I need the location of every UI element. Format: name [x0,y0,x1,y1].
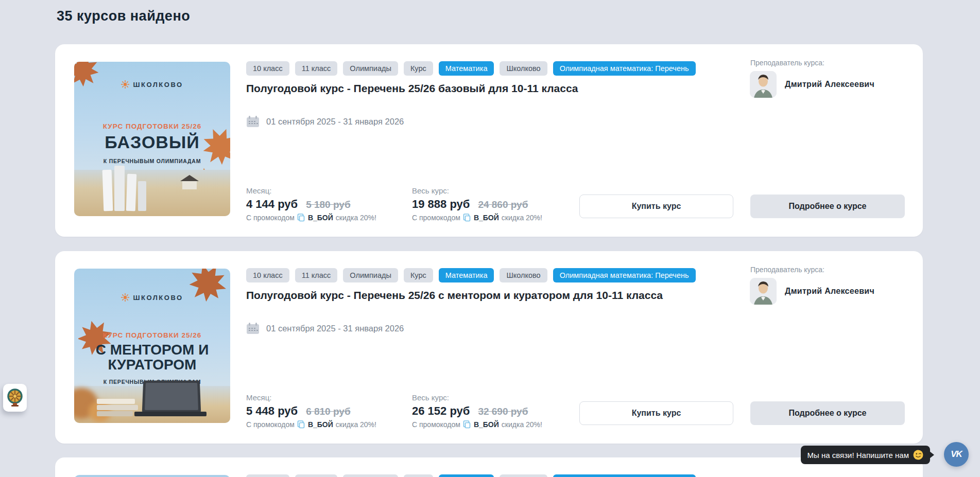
tag-course[interactable]: Курс [404,61,433,76]
course-details-button[interactable]: Подробнее о курсе [750,195,905,218]
teacher-label: Преподаватель курса: [750,59,824,67]
tag-list: 10 класс 11 класс Олимпиады Курс Математ… [246,61,696,76]
teacher-label: Преподаватель курса: [750,266,824,274]
course-cover-image[interactable]: ШКОЛКОВО КУРС ПОДГОТОВКИ 25/26 С МЕНТОРО… [74,269,230,423]
school-logo: ШКОЛКОВО [74,293,230,302]
school-logo-text: ШКОЛКОВО [133,81,183,89]
course-title-link[interactable]: Полугодовой курс - Перечень 25/26 с мент… [246,289,751,302]
copy-icon[interactable] [463,420,471,429]
tag-shkolkovo[interactable]: Школково [500,474,547,477]
price-month-label: Месяц: [246,393,401,402]
course-card: ШКОЛКОВО КУРС ПОДГОТОВКИ 25/26 БАЗОВЫЙ К… [55,44,923,237]
sparkle-logo-icon [121,293,129,302]
results-count-heading: 35 курсов найдено [57,8,190,24]
promo-code[interactable]: В_БОЙ [474,214,499,222]
tag-grade-11[interactable]: 11 класс [295,61,338,76]
sparkle-logo-icon [121,80,129,89]
chat-tooltip-text: Мы на связи! Напишите нам [807,451,909,460]
price-block-full-course: Весь курс: 19 888 руб 24 860 руб С промо… [412,186,566,222]
course-dates-text: 01 сентября 2025 - 31 января 2026 [266,324,404,333]
price-full-old: 24 860 руб [478,199,528,210]
course-dates: 01 сентября 2025 - 31 января 2026 [246,322,404,334]
buy-course-button[interactable]: Купить курс [579,195,733,218]
tag-course[interactable]: Курс [404,474,433,477]
copy-icon[interactable] [297,214,305,222]
tag-list: 10 класс 11 класс Олимпиады Курс Математ… [246,268,696,282]
price-full-old: 32 690 руб [478,406,528,417]
course-details-button[interactable]: Подробнее о курсе [750,401,905,425]
price-month-old: 5 180 руб [306,199,350,210]
tag-math[interactable]: Математика [439,474,494,477]
price-month-current: 5 448 руб [246,404,298,418]
course-card: ШКОЛКОВО КУРС ПОДГОТОВКИ 25/26 С МЕНТОРО… [55,251,923,444]
tag-grade-10[interactable]: 10 класс [246,61,289,76]
tag-grade-10[interactable]: 10 класс [246,268,289,282]
course-cover-image[interactable]: ШКОЛКОВО КУРС ПОДГОТОВКИ 25/26 БАЗОВЫЙ К… [74,62,230,216]
tag-olympiad-math-list[interactable]: Олимпиадная математика: Перечень [553,268,696,282]
copy-icon[interactable] [463,214,471,222]
cover-footer: К ПЕРЕЧНЫВЫМ ОЛИМПИАДАМ [74,158,230,164]
teacher-info: Дмитрий Алексеевич [750,278,874,305]
cover-season-label: КУРС ПОДГОТОВКИ 25/26 [74,122,230,130]
tag-olympiad-math-list[interactable]: Олимпиадная математика: Перечень [553,61,696,76]
course-title-link[interactable]: Полугодовой курс - Перечень 25/26 базовы… [246,82,751,95]
tag-course[interactable]: Курс [404,268,433,282]
promo-line: С промокодом В_БОЙ скидка 20%! [246,420,401,429]
tag-shkolkovo[interactable]: Школково [500,61,547,76]
tag-olympiads[interactable]: Олимпиады [343,268,398,282]
price-month-old: 6 810 руб [306,406,350,417]
promo-code[interactable]: В_БОЙ [308,420,333,429]
promo-code[interactable]: В_БОЙ [474,420,499,429]
promo-suffix: скидка 20%! [502,214,542,222]
tag-shkolkovo[interactable]: Школково [500,268,547,282]
tag-grade-11[interactable]: 11 класс [295,268,338,282]
promo-suffix: скидка 20%! [336,420,376,429]
tag-grade-11[interactable]: 11 класс [295,474,338,477]
price-full-label: Весь курс: [412,186,566,195]
teacher-avatar [750,71,777,98]
course-dates-text: 01 сентября 2025 - 31 января 2026 [266,117,404,127]
school-logo-text: ШКОЛКОВО [133,294,183,302]
promo-suffix: скидка 20%! [336,214,376,222]
teacher-name: Дмитрий Алексеевич [785,287,874,296]
price-block-month: Месяц: 4 144 руб 5 180 руб С промокодом … [246,186,401,222]
calendar-icon [246,322,260,334]
tag-list: 10 класс 11 класс Олимпиады Курс Математ… [246,474,696,477]
price-month-current: 4 144 руб [246,198,298,211]
promo-line: С промокодом В_БОЙ скидка 20%! [412,214,566,222]
teacher-name: Дмитрий Алексеевич [785,80,874,89]
tag-math[interactable]: Математика [439,268,494,282]
tag-olympiads[interactable]: Олимпиады [343,474,398,477]
promo-prefix: С промокодом [412,420,460,429]
tag-grade-10[interactable]: 10 класс [246,474,289,477]
promo-code[interactable]: В_БОЙ [308,214,333,222]
price-block-month: Месяц: 5 448 руб 6 810 руб С промокодом … [246,393,401,429]
cover-season-label: КУРС ПОДГОТОВКИ 25/26 [74,331,230,339]
teacher-info: Дмитрий Алексеевич [750,71,874,98]
course-card: 10 класс 11 класс Олимпиады Курс Математ… [55,457,923,477]
cover-title: С МЕНТОРОМ И КУРАТОРОМ [74,342,230,373]
cover-illustration [74,170,230,216]
copy-icon[interactable] [297,420,305,429]
tag-olympiads[interactable]: Олимпиады [343,61,398,76]
vk-chat-button[interactable]: VK [944,442,969,467]
vk-icon: VK [951,449,962,460]
promo-prefix: С промокодом [246,420,295,429]
chat-tooltip[interactable]: Мы на связи! Напишите нам [801,446,931,464]
promo-line: С промокодом В_БОЙ скидка 20%! [412,420,566,429]
calendar-icon [246,115,260,128]
price-full-label: Весь курс: [412,393,566,402]
tag-math[interactable]: Математика [439,61,494,76]
tag-olympiad-math-list[interactable]: Олимпиадная математика: Перечень [553,474,696,477]
buy-course-button[interactable]: Купить курс [579,401,733,425]
price-block-full-course: Весь курс: 26 152 руб 32 690 руб С промо… [412,393,566,429]
promo-suffix: скидка 20%! [502,420,542,429]
promo-prefix: С промокодом [246,214,295,222]
course-cover-image[interactable] [74,475,230,477]
prize-wheel-widget[interactable] [3,384,27,412]
promo-prefix: С промокодом [412,214,460,222]
price-month-label: Месяц: [246,186,401,195]
promo-line: С промокодом В_БОЙ скидка 20%! [246,214,401,222]
price-full-current: 26 152 руб [412,404,470,418]
teacher-avatar [750,278,777,305]
